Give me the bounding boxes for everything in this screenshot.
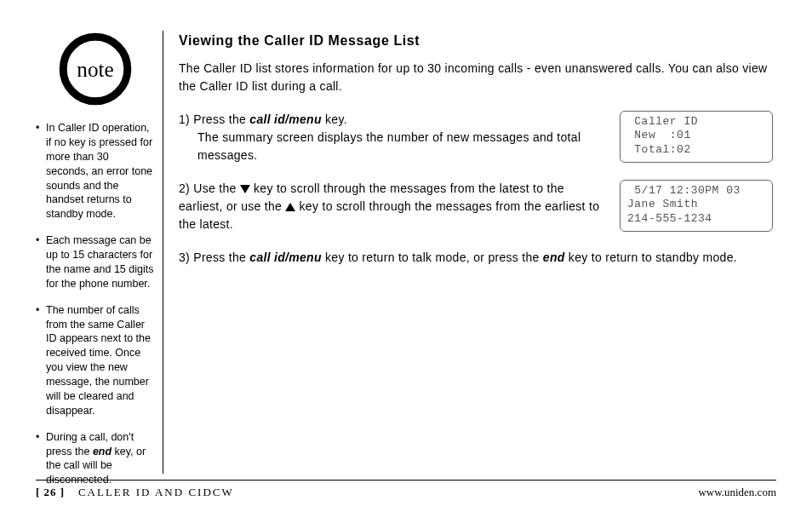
end-key-label: end	[93, 446, 112, 458]
down-arrow-icon	[240, 185, 250, 193]
page-footer: [ 26 ] CALLER ID AND CIDCW www.uniden.co…	[36, 480, 776, 499]
step-text: Press the	[193, 112, 249, 126]
lcd-line: 5/17 12:30PM 03	[627, 184, 741, 197]
main-content: Viewing the Caller ID Message List The C…	[179, 31, 776, 474]
step-text: Press the	[193, 250, 249, 264]
lcd-screen-summary: Caller ID New :01 Total:02	[620, 111, 773, 163]
step-number: 1)	[179, 112, 190, 126]
call-id-menu-key-label: call id/menu	[249, 112, 322, 126]
step-row-3: 3) Press the call id/menu key to return …	[179, 249, 773, 267]
note-item: Each message can be up to 15 characters …	[36, 233, 154, 291]
call-id-menu-key-label: call id/menu	[249, 250, 322, 264]
note-item: The number of calls from the same Caller…	[36, 303, 154, 418]
step-number: 3)	[179, 250, 190, 264]
step-text: key.	[322, 112, 347, 126]
note-icon-label: note	[77, 58, 113, 81]
note-icon: note	[57, 31, 134, 107]
note-list: In Caller ID operation, if no key is pre…	[36, 121, 154, 487]
lcd-column: 5/17 12:30PM 03 Jane Smith 214-555-1234	[620, 180, 773, 232]
footer-left: [ 26 ] CALLER ID AND CIDCW	[36, 486, 234, 499]
section-heading: Viewing the Caller ID Message List	[179, 31, 773, 51]
lcd-screen-detail: 5/17 12:30PM 03 Jane Smith 214-555-1234	[620, 180, 773, 232]
page-number: [ 26 ]	[36, 486, 65, 498]
step-2: 2) Use the key to scroll through the mes…	[179, 180, 604, 233]
step-row-2: 2) Use the key to scroll through the mes…	[179, 180, 773, 233]
lcd-column: Caller ID New :01 Total:02	[620, 111, 773, 163]
step-text: key to return to standby mode.	[565, 250, 737, 264]
lcd-line: Total:02	[627, 143, 691, 156]
step-row-1: 1) Press the call id/menu key. The summa…	[179, 111, 773, 164]
end-key-label: end	[543, 250, 565, 264]
note-item: During a call, don't press the end key, …	[36, 430, 154, 488]
page-body: note In Caller ID operation, if no key i…	[36, 31, 776, 474]
step-number: 2)	[179, 181, 190, 195]
note-item: In Caller ID operation, if no key is pre…	[36, 121, 154, 222]
intro-paragraph: The Caller ID list stores information fo…	[179, 60, 773, 95]
footer-url: www.uniden.com	[698, 486, 776, 499]
note-sidebar: note In Caller ID operation, if no key i…	[36, 31, 163, 474]
lcd-line: Caller ID	[627, 115, 698, 128]
step-text: key to return to talk mode, or press the	[322, 250, 543, 264]
step-detail: The summary screen displays the number o…	[179, 129, 604, 164]
section-title: CALLER ID AND CIDCW	[78, 486, 234, 498]
lcd-line: 214-555-1234	[627, 212, 712, 225]
lcd-line: New :01	[627, 129, 691, 141]
step-3: 3) Press the call id/menu key to return …	[179, 249, 773, 267]
step-text: Use the	[193, 181, 240, 195]
up-arrow-icon	[285, 203, 295, 211]
step-1: 1) Press the call id/menu key. The summa…	[179, 111, 604, 164]
lcd-line: Jane Smith	[627, 198, 698, 210]
